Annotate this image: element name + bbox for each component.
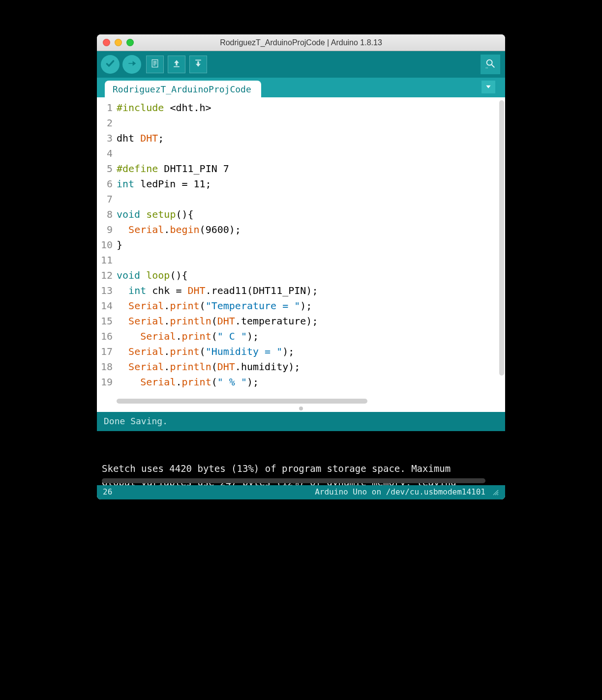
line-number-indicator: 26 [103, 487, 112, 496]
tab-bar: RodriguezT_ArduinoProjCode [97, 78, 505, 97]
line-number-gutter: 12345678910111213141516171819 [97, 97, 116, 397]
board-port-info: Arduino Uno on /dev/cu.usbmodem14101 [315, 487, 485, 496]
editor-resize-handle[interactable] [97, 405, 505, 412]
new-sketch-button[interactable] [146, 56, 164, 73]
line-number: 3 [97, 131, 113, 146]
zoom-window-button[interactable] [126, 39, 134, 46]
sketch-tab[interactable]: RodriguezT_ArduinoProjCode [105, 81, 261, 97]
code-line[interactable]: Serial.println(DHT.temperature); [117, 314, 505, 329]
code-line[interactable]: Serial.print("Humidity = "); [117, 344, 505, 359]
horizontal-scrollbar-area [97, 397, 505, 405]
code-line[interactable]: Serial.print(" C "); [117, 329, 505, 344]
traffic-lights [103, 39, 134, 46]
editor-area: 12345678910111213141516171819 #include <… [97, 97, 505, 412]
code-line[interactable]: void loop(){ [117, 268, 505, 283]
code-line[interactable]: Serial.print(" % "); [117, 375, 505, 390]
code-line[interactable]: } [117, 237, 505, 253]
window-title: RodriguezT_ArduinoProjCode | Arduino 1.8… [97, 38, 505, 47]
serial-monitor-button[interactable] [481, 55, 500, 74]
toolbar [97, 51, 505, 78]
line-number: 13 [97, 283, 113, 298]
line-number: 11 [97, 253, 113, 268]
footer-bar: 26 Arduino Uno on /dev/cu.usbmodem14101 [97, 485, 505, 499]
console-line: Sketch uses 4420 bytes (13%) of program … [102, 462, 500, 475]
line-number: 6 [97, 176, 113, 192]
vertical-scrollbar[interactable] [499, 100, 504, 376]
arrow-right-icon [127, 58, 137, 70]
line-number: 14 [97, 298, 113, 314]
chevron-down-icon [485, 83, 492, 92]
code-line[interactable]: int chk = DHT.read11(DHT11_PIN); [117, 283, 505, 298]
line-number: 1 [97, 100, 113, 116]
code-line[interactable]: Serial.begin(9600); [117, 222, 505, 237]
svg-rect-0 [152, 60, 158, 67]
grip-dot-icon [299, 407, 303, 410]
close-window-button[interactable] [103, 39, 110, 46]
arrow-down-icon [193, 58, 203, 70]
tab-menu-button[interactable] [482, 81, 495, 93]
upload-button[interactable] [122, 55, 141, 74]
line-number: 10 [97, 237, 113, 253]
code-line[interactable] [117, 253, 505, 268]
verify-button[interactable] [101, 55, 120, 74]
line-number: 19 [97, 375, 113, 390]
line-number: 8 [97, 207, 113, 222]
resize-grip-icon[interactable] [492, 489, 499, 496]
console-scrollbar[interactable] [102, 478, 485, 483]
console-output[interactable]: Sketch uses 4420 bytes (13%) of program … [97, 431, 505, 485]
line-number: 2 [97, 116, 113, 131]
code-line[interactable]: Serial.println(DHT.humidity); [117, 359, 505, 375]
line-number: 18 [97, 359, 113, 375]
line-number: 17 [97, 344, 113, 359]
svg-rect-6 [195, 60, 201, 61]
horizontal-scrollbar[interactable] [117, 399, 367, 404]
open-sketch-button[interactable] [168, 56, 185, 73]
code-line[interactable]: #include <dht.h> [117, 100, 505, 116]
code-line[interactable]: #define DHT11_PIN 7 [117, 161, 505, 176]
svg-line-8 [492, 65, 495, 68]
code-line[interactable] [117, 116, 505, 131]
code-content[interactable]: #include <dht.h>dht DHT;#define DHT11_PI… [116, 97, 505, 397]
check-icon [105, 58, 115, 70]
code-line[interactable] [117, 146, 505, 161]
line-number: 16 [97, 329, 113, 344]
line-number: 4 [97, 146, 113, 161]
code-line[interactable]: int ledPin = 11; [117, 176, 505, 192]
arrow-up-icon [172, 58, 181, 70]
status-bar: Done Saving. [97, 412, 505, 431]
line-number: 7 [97, 192, 113, 207]
code-editor[interactable]: 12345678910111213141516171819 #include <… [97, 97, 505, 397]
save-sketch-button[interactable] [189, 56, 207, 73]
code-line[interactable]: void setup(){ [117, 207, 505, 222]
code-line[interactable]: Serial.print("Temperature = "); [117, 298, 505, 314]
line-number: 12 [97, 268, 113, 283]
code-line[interactable] [117, 192, 505, 207]
titlebar[interactable]: RodriguezT_ArduinoProjCode | Arduino 1.8… [97, 34, 505, 51]
code-line[interactable]: dht DHT; [117, 131, 505, 146]
minimize-window-button[interactable] [115, 39, 122, 46]
file-icon [150, 58, 160, 70]
line-number: 5 [97, 161, 113, 176]
svg-rect-5 [174, 66, 180, 67]
arduino-window: RodriguezT_ArduinoProjCode | Arduino 1.8… [97, 34, 505, 499]
line-number: 15 [97, 314, 113, 329]
line-number: 9 [97, 222, 113, 237]
svg-point-7 [487, 60, 492, 65]
serial-monitor-icon [485, 58, 496, 71]
